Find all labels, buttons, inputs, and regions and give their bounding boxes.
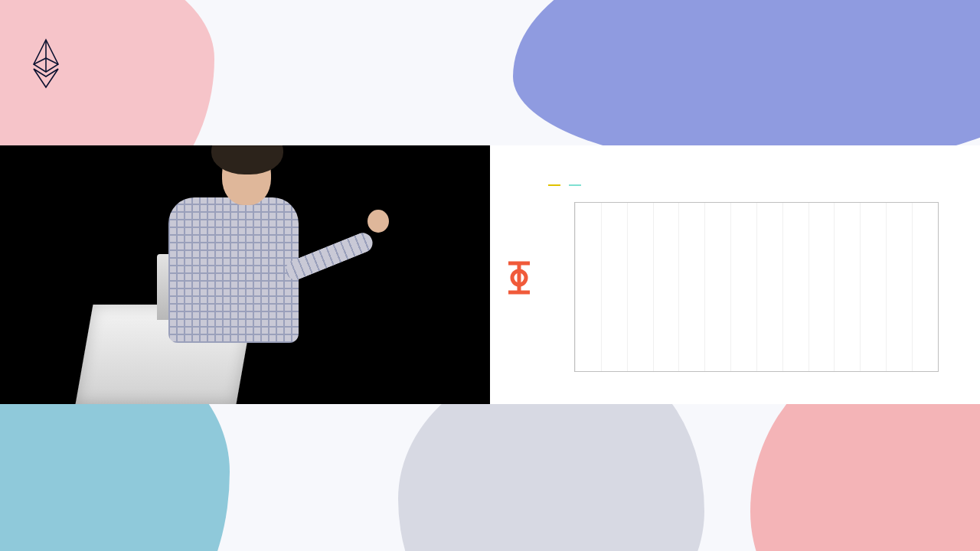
y-axis-ticks (548, 202, 573, 372)
sync-chart (548, 191, 965, 389)
legend-trie-nodes (569, 182, 583, 187)
speaker-video (0, 145, 490, 404)
speaker-torso (168, 197, 299, 343)
event-logo (23, 38, 69, 89)
speaker-hand (368, 210, 389, 233)
y2-axis-ticks (940, 202, 965, 372)
bg-blob-purple-tr (513, 0, 980, 168)
legend-allocated-heap (548, 182, 563, 187)
chart-svg (574, 202, 939, 372)
slide-panel (490, 145, 980, 404)
chart-legend (548, 182, 583, 187)
slide-glyph-icon (505, 260, 533, 295)
ethereum-icon (31, 38, 61, 89)
